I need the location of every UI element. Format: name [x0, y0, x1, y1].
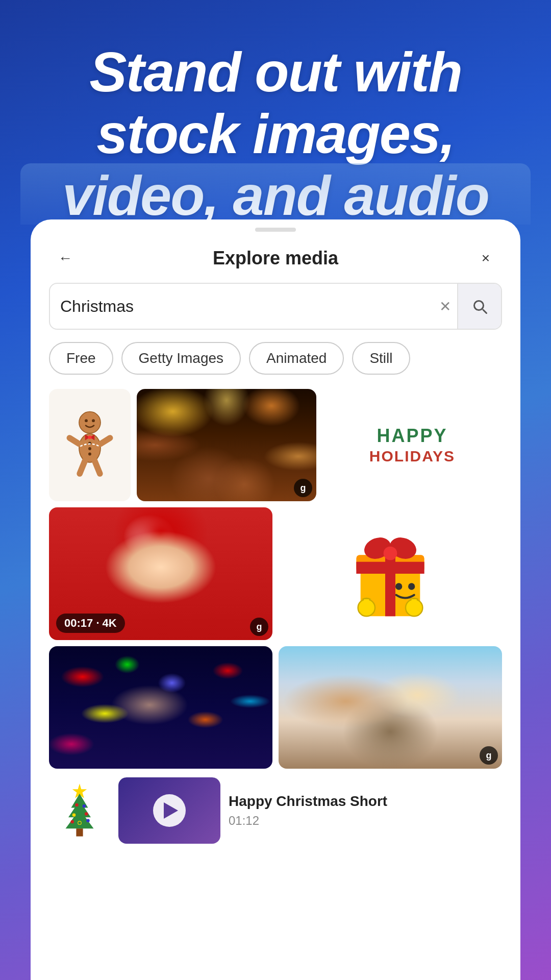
child-lights-photo[interactable] [49, 646, 272, 769]
svg-point-4 [88, 435, 92, 439]
search-clear-button[interactable]: ✕ [433, 290, 457, 323]
cocoa-visual [137, 389, 316, 501]
getty-badge-grandma: g [480, 746, 498, 765]
happy-holidays-sticker[interactable]: HAPPY HOLIDAYS [322, 389, 502, 501]
hero-line2: stock images, [96, 102, 455, 165]
svg-point-23 [395, 583, 402, 590]
svg-point-2 [92, 419, 95, 422]
gift-box-sticker[interactable] [279, 507, 502, 640]
media-grid: g HAPPY HOLIDAYS 00:17 · 4K g [31, 389, 520, 980]
gingerbread-sticker[interactable] [49, 389, 131, 501]
audio-title: Happy Christmas Short [229, 793, 502, 810]
grandma-visual [279, 646, 502, 769]
svg-point-35 [70, 820, 74, 824]
svg-line-9 [101, 438, 110, 444]
drag-handle[interactable] [255, 228, 296, 232]
svg-point-30 [75, 803, 79, 807]
svg-point-34 [78, 821, 82, 825]
filter-animated[interactable]: Animated [249, 342, 344, 375]
getty-badge: g [294, 479, 312, 497]
svg-point-24 [408, 583, 415, 590]
svg-point-31 [83, 804, 86, 808]
hero-line1: Stand out with [89, 40, 462, 103]
gingerbread-icon [59, 409, 120, 481]
svg-point-18 [384, 547, 397, 560]
svg-line-8 [69, 438, 79, 444]
svg-point-32 [72, 814, 76, 817]
search-submit-button[interactable] [457, 284, 501, 329]
back-button[interactable]: ← [51, 244, 80, 273]
svg-rect-15 [356, 562, 424, 574]
svg-rect-29 [76, 828, 83, 836]
sheet-title: Explore media [213, 248, 338, 269]
svg-line-10 [80, 460, 85, 474]
search-bar: ✕ [49, 283, 502, 330]
video-duration-badge: 00:17 · 4K [56, 614, 125, 633]
media-explorer-sheet: ← Explore media × ✕ Free Getty Images An… [31, 219, 520, 980]
search-input[interactable] [50, 285, 433, 328]
svg-line-11 [94, 460, 100, 474]
audio-duration: 01:12 [229, 814, 502, 828]
svg-point-1 [85, 419, 88, 422]
play-button[interactable] [153, 794, 186, 827]
svg-rect-20 [364, 599, 369, 606]
christmas-tree-sticker[interactable] [49, 777, 110, 844]
media-row-2: 00:17 · 4K g [49, 507, 502, 640]
happy-holidays-text: HAPPY HOLIDAYS [369, 425, 455, 465]
filter-row: Free Getty Images Animated Still [31, 342, 520, 389]
media-row-1: g HAPPY HOLIDAYS [49, 389, 502, 501]
search-icon [470, 297, 489, 315]
background-preview [20, 163, 531, 225]
hot-cocoa-image[interactable]: g [137, 389, 316, 501]
filter-getty-images[interactable]: Getty Images [121, 342, 241, 375]
svg-point-6 [88, 447, 91, 450]
close-button[interactable]: × [471, 244, 500, 273]
media-row-4-audio: Happy Christmas Short 01:12 [49, 775, 502, 846]
filter-still[interactable]: Still [352, 342, 410, 375]
media-row-3: g [49, 646, 502, 769]
sheet-header: ← Explore media × [31, 232, 520, 283]
svg-marker-28 [66, 810, 94, 828]
svg-point-7 [88, 453, 91, 456]
getty-badge-video: g [250, 618, 268, 636]
audio-thumbnail[interactable] [118, 777, 220, 844]
svg-point-33 [85, 812, 88, 816]
baby-santa-video[interactable]: 00:17 · 4K g [49, 507, 272, 640]
grandma-grandchild-photo[interactable]: g [279, 646, 502, 769]
audio-info: Happy Christmas Short 01:12 [229, 777, 502, 844]
svg-point-36 [86, 819, 90, 823]
svg-point-0 [79, 412, 101, 433]
gift-icon [344, 523, 436, 625]
play-icon [164, 802, 178, 819]
svg-rect-22 [412, 599, 417, 606]
christmas-tree-icon [57, 782, 103, 839]
filter-free[interactable]: Free [49, 342, 113, 375]
lights-visual [49, 646, 272, 769]
